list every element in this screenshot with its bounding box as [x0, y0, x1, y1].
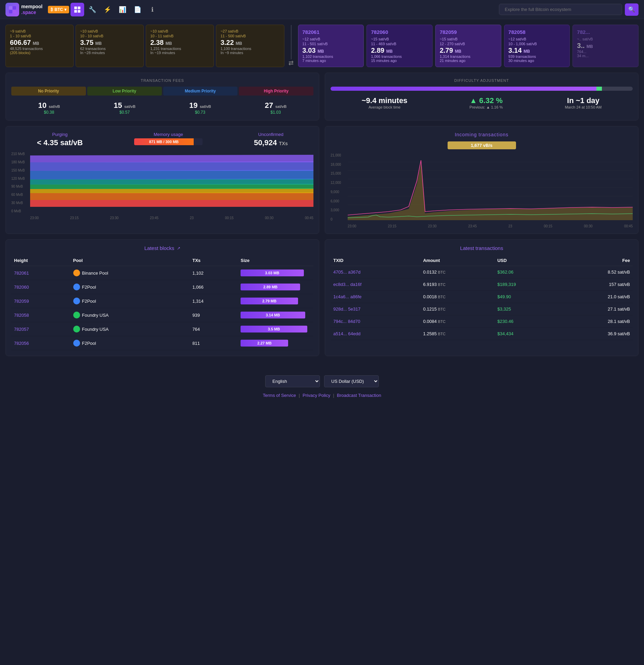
- pool-cell: F2Pool: [70, 280, 190, 294]
- diff-bar-fill: [331, 87, 596, 91]
- external-link-icon: ↗: [177, 246, 180, 251]
- nav-lightning-btn[interactable]: ⚡: [101, 3, 114, 16]
- block-fee-range-1: 11 - 469 sat/vB: [371, 42, 428, 46]
- txid-cell[interactable]: 4705... a367d: [331, 266, 420, 278]
- fee-unit-0: sat/vB: [49, 104, 60, 109]
- block-size-cell: 2.27 MB: [238, 336, 313, 350]
- txid-cell[interactable]: 928d... 5e317: [331, 303, 420, 315]
- diff-eta-value: In ~1 day: [565, 96, 602, 105]
- nav-dashboard-btn[interactable]: [70, 3, 84, 16]
- diff-avg-label: Average block time: [362, 105, 408, 109]
- col-txs: TXs: [190, 255, 238, 266]
- table-row[interactable]: 782061 Binance Pool 1,102 3.03 MB: [11, 266, 313, 280]
- txid-cell[interactable]: 794c... 84d70: [331, 315, 420, 328]
- svg-marker-11: [30, 184, 313, 189]
- block-txs-2: 1,314 transactions: [440, 54, 497, 59]
- block-height-link[interactable]: 782057: [11, 322, 70, 336]
- fee-sat-0: 10 sat/vB: [38, 101, 60, 110]
- blocks-row: ~9 sat/vB 1 - 10 sat/vB 606.67 MB 48,525…: [5, 25, 639, 67]
- table-row[interactable]: 4705... a367d 0.0132 BTC $362.06 8.52 sa…: [331, 266, 633, 278]
- terms-link[interactable]: Terms of Service: [263, 393, 296, 398]
- txid-cell[interactable]: a514... 64edd: [331, 328, 420, 340]
- logo-space: .space: [21, 10, 42, 15]
- svg-marker-10: [30, 188, 313, 193]
- svg-marker-9: [30, 192, 313, 200]
- fee-cell: 157 sat/vB: [559, 278, 633, 291]
- amount-cell: 0.0084 BTC: [420, 315, 494, 328]
- language-selector[interactable]: English: [265, 375, 320, 387]
- search-icon: 🔍: [628, 6, 635, 13]
- no-priority-btn[interactable]: No Priority: [11, 87, 86, 96]
- btc-network-selector[interactable]: ₿ BTC ▾: [48, 6, 69, 13]
- med-priority-btn[interactable]: Medium Priority: [163, 87, 238, 96]
- mined-block-1[interactable]: 782060 ~15 sat/vB 11 - 469 sat/vB 2.89 M…: [366, 25, 433, 67]
- search-button[interactable]: 🔍: [625, 3, 639, 16]
- pending-fee-top-1: ~10 sat/vB: [80, 29, 139, 33]
- block-height-3: 782058: [508, 29, 566, 35]
- currency-selector[interactable]: US Dollar (USD): [324, 375, 379, 387]
- block-size-0: 3.03 MB: [302, 47, 360, 54]
- pending-block-3[interactable]: ~27 sat/vB 11 - 500 sat/vB 3.22 MB 1,100…: [216, 25, 284, 67]
- txid-cell[interactable]: ec8d3... da16f: [331, 278, 420, 291]
- low-priority-btn[interactable]: Low Priority: [87, 87, 162, 96]
- high-priority-btn[interactable]: High Priority: [239, 87, 313, 96]
- pending-txs-0: 48,525 transactions: [10, 47, 69, 51]
- txid-cell[interactable]: 1c4a6... a86fe: [331, 291, 420, 303]
- table-row[interactable]: 782058 Foundry USA 939 3.14 MB: [11, 308, 313, 322]
- col-height: Height: [11, 255, 70, 266]
- x-label-3: 23:45: [150, 216, 158, 220]
- block-height-link[interactable]: 782056: [11, 336, 70, 350]
- fee-value-2: 19 sat/vB $0.73: [189, 101, 211, 115]
- table-row[interactable]: 928d... 5e317 0.1215 BTC $3,325 27.1 sat…: [331, 303, 633, 315]
- pool-name: F2Pool: [82, 299, 96, 304]
- pool-icon: [73, 269, 80, 276]
- purging-title: Purging: [37, 132, 83, 137]
- x-label-5: 00:15: [225, 216, 234, 220]
- x-label-2: 23:30: [110, 216, 118, 220]
- pending-block-2[interactable]: ~10 sat/vB 10 - 11 sat/vB 2.38 MB 1,231 …: [146, 25, 214, 67]
- mempool-chart-area: 23:00 23:15 23:30 23:45 23 00:15 00:30 0…: [30, 152, 313, 220]
- block-fee-range-3: 10 - 1,006 sat/vB: [508, 42, 566, 46]
- table-row[interactable]: a514... 64edd 1.2585 BTC $34,434 36.9 sa…: [331, 328, 633, 340]
- nav-docs-btn[interactable]: 📄: [131, 3, 144, 16]
- broadcast-link[interactable]: Broadcast Transaction: [337, 393, 381, 398]
- transaction-fees-panel: TRANSACTION FEES No Priority Low Priorit…: [5, 73, 319, 121]
- block-ago-3: 30 minutes ago: [508, 59, 566, 63]
- pool-icon: [73, 340, 80, 347]
- blocks-table: Height Pool TXs Size 782061 Binance Pool…: [11, 255, 313, 350]
- nav-info-btn[interactable]: ℹ: [146, 3, 159, 16]
- mined-block-3[interactable]: 782058 ~12 sat/vB 10 - 1,006 sat/vB 3.14…: [504, 25, 570, 67]
- block-height-link[interactable]: 782058: [11, 308, 70, 322]
- y-label-0: 210 MvB: [11, 152, 25, 156]
- table-row[interactable]: 782057 Foundry USA 764 3.5 MB: [11, 322, 313, 336]
- logo[interactable]: mempool .space: [5, 3, 42, 16]
- block-size-cell: 3.5 MB: [238, 322, 313, 336]
- svg-rect-1: [13, 6, 16, 10]
- table-row[interactable]: ec8d3... da16f 6.9193 BTC $189,319 157 s…: [331, 278, 633, 291]
- mined-block-0[interactable]: 782061 ~12 sat/vB 11 - 501 sat/vB 3.03 M…: [298, 25, 364, 67]
- table-row[interactable]: 782056 F2Pool 811 2.27 MB: [11, 336, 313, 350]
- fee-sat-3: 27 sat/vB: [265, 101, 287, 110]
- mined-block-2[interactable]: 782059 ~15 sat/vB 12 - 270 sat/vB 2.79 M…: [435, 25, 501, 67]
- block-txs-cell: 811: [190, 336, 238, 350]
- latest-transactions-panel: Latest transactions TXID Amount USD Fee …: [325, 239, 639, 356]
- pool-icon: [73, 284, 80, 290]
- block-height-link[interactable]: 782061: [11, 266, 70, 280]
- pending-block-1[interactable]: ~10 sat/vB 10 - 10 sat/vB 3.75 MB 62 tra…: [76, 25, 144, 67]
- mined-block-4[interactable]: 782... ~.. sat/vB 3.. MB 764... 34 m...: [572, 25, 639, 67]
- table-row[interactable]: 1c4a6... a86fe 0.0018 BTC $49.90 21.0 sa…: [331, 291, 633, 303]
- pending-block-0[interactable]: ~9 sat/vB 1 - 10 sat/vB 606.67 MB 48,525…: [5, 25, 74, 67]
- block-height-link[interactable]: 782060: [11, 280, 70, 294]
- pending-eta-3: In ~9 minutes: [220, 51, 280, 55]
- privacy-link[interactable]: Privacy Policy: [302, 393, 330, 398]
- nav-chart-btn[interactable]: 📊: [116, 3, 129, 16]
- table-row[interactable]: 794c... 84d70 0.0084 BTC $230.46 28.1 sa…: [331, 315, 633, 328]
- diff-stats: ~9.4 minutes Average block time ▲ 6.32 %…: [331, 96, 633, 109]
- nav-tools-btn[interactable]: 🔧: [86, 3, 99, 16]
- table-row[interactable]: 782059 F2Pool 1,314 2.79 MB: [11, 294, 313, 308]
- diff-bar-accent: [596, 87, 602, 91]
- search-input[interactable]: [499, 4, 622, 15]
- table-row[interactable]: 782060 F2Pool 1,066 2.89 MB: [11, 280, 313, 294]
- block-height-link[interactable]: 782059: [11, 294, 70, 308]
- pending-size-3: 3.22 MB: [220, 39, 280, 47]
